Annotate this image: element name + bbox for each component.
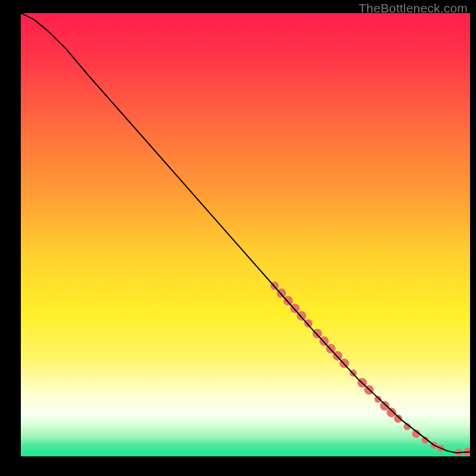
chart-svg (21, 13, 470, 456)
data-marker (374, 396, 381, 403)
data-marker (297, 311, 306, 321)
data-marker (387, 408, 396, 417)
plot-area (21, 13, 470, 456)
data-marker (312, 329, 322, 339)
data-marker (304, 320, 312, 328)
bottleneck-curve (21, 13, 470, 453)
marker-group (271, 281, 470, 456)
chart-stage: TheBottleneck.com (0, 0, 476, 476)
